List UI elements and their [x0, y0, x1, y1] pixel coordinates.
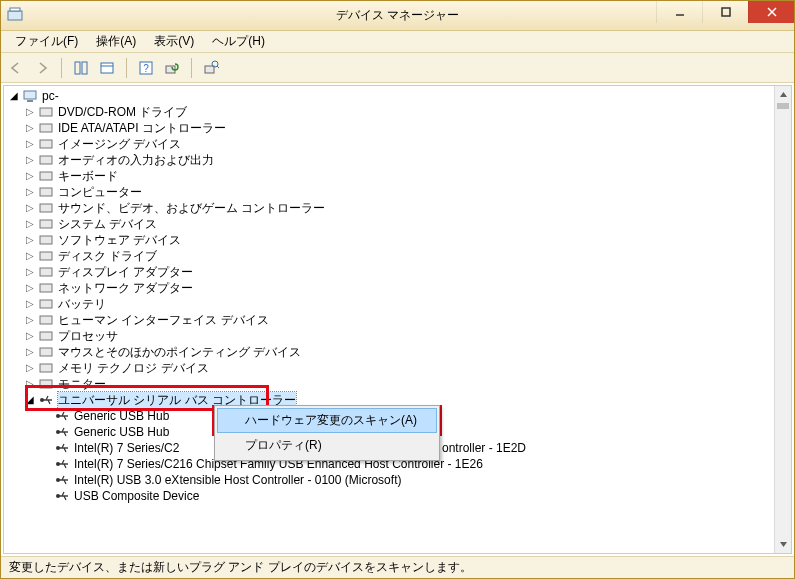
menu-help[interactable]: ヘルプ(H): [204, 31, 273, 52]
properties-button[interactable]: [96, 57, 118, 79]
tree-label: ヒューマン インターフェイス デバイス: [58, 312, 269, 329]
expand-icon[interactable]: ▷: [24, 314, 36, 326]
svg-rect-18: [40, 108, 52, 116]
usb-device-icon: [54, 456, 70, 472]
usb-device-icon: [54, 472, 70, 488]
show-hide-tree-button[interactable]: [70, 57, 92, 79]
tree-item[interactable]: ▷コンピューター: [4, 184, 791, 200]
tree-item[interactable]: ▷ディスク ドライブ: [4, 248, 791, 264]
expand-icon[interactable]: ▷: [24, 106, 36, 118]
back-button[interactable]: [5, 57, 27, 79]
svg-rect-6: [75, 62, 80, 74]
tree-item[interactable]: ▷ヒューマン インターフェイス デバイス: [4, 312, 791, 328]
help-button[interactable]: ?: [135, 57, 157, 79]
tree-label: Generic USB Hub: [74, 409, 169, 423]
context-menu: ハードウェア変更のスキャン(A) プロパティ(R): [214, 405, 440, 461]
menu-file[interactable]: ファイル(F): [7, 31, 86, 52]
title-bar: デバイス マネージャー: [1, 1, 794, 31]
forward-button[interactable]: [31, 57, 53, 79]
tree-item[interactable]: ▷オーディオの入力および出力: [4, 152, 791, 168]
toolbar-separator: [191, 58, 192, 78]
tree-item[interactable]: ▷ディスプレイ アダプター: [4, 264, 791, 280]
expand-icon[interactable]: ▷: [24, 346, 36, 358]
scan-hardware-button[interactable]: [161, 57, 183, 79]
status-bar: 変更したデバイス、または新しいプラグ アンド プレイのデバイスをスキャンします。: [1, 556, 794, 578]
tree-label: オーディオの入力および出力: [58, 152, 214, 169]
tree-item[interactable]: ▷ソフトウェア デバイス: [4, 232, 791, 248]
device-category-icon: [38, 104, 54, 120]
scroll-up-icon[interactable]: [775, 86, 792, 103]
tree-item-usb-device[interactable]: Intel(R) USB 3.0 eXtensible Host Control…: [4, 472, 791, 488]
close-button[interactable]: [748, 1, 794, 23]
tree-item[interactable]: ▷イメージング デバイス: [4, 136, 791, 152]
expand-icon[interactable]: ▷: [24, 186, 36, 198]
tree-item[interactable]: ▷バッテリ: [4, 296, 791, 312]
expand-icon[interactable]: ▷: [24, 362, 36, 374]
tree-label: Intel(R) 7 Series/C2: [74, 441, 179, 455]
svg-rect-17: [27, 100, 33, 102]
tree-item[interactable]: ▷ネットワーク アダプター: [4, 280, 791, 296]
tree-label: プロセッサ: [58, 328, 118, 345]
maximize-button[interactable]: [702, 1, 748, 23]
context-menu-properties[interactable]: プロパティ(R): [217, 433, 437, 458]
expand-icon[interactable]: ▷: [24, 154, 36, 166]
tree-item[interactable]: ▷メモリ テクノロジ デバイス: [4, 360, 791, 376]
expand-icon[interactable]: ▷: [24, 218, 36, 230]
svg-rect-29: [40, 284, 52, 292]
tree-item[interactable]: ▷DVD/CD-ROM ドライブ: [4, 104, 791, 120]
expand-icon[interactable]: ▷: [24, 282, 36, 294]
tree-item[interactable]: ▷プロセッサ: [4, 328, 791, 344]
expand-icon[interactable]: ◢: [8, 90, 20, 102]
expand-icon[interactable]: ▷: [24, 250, 36, 262]
tree-item[interactable]: ▷IDE ATA/ATAPI コントローラー: [4, 120, 791, 136]
expand-icon[interactable]: ▷: [24, 138, 36, 150]
device-category-icon: [38, 328, 54, 344]
device-tree[interactable]: ◢ pc- ▷DVD/CD-ROM ドライブ▷IDE ATA/ATAPI コント…: [4, 86, 791, 553]
svg-rect-28: [40, 268, 52, 276]
tree-label: Generic USB Hub: [74, 425, 169, 439]
tree-item[interactable]: ▷モニター: [4, 376, 791, 392]
tree-item[interactable]: ▷サウンド、ビデオ、およびゲーム コントローラー: [4, 200, 791, 216]
tree-container: ◢ pc- ▷DVD/CD-ROM ドライブ▷IDE ATA/ATAPI コント…: [3, 85, 792, 554]
expand-icon[interactable]: ▷: [24, 170, 36, 182]
tree-label: ディスク ドライブ: [58, 248, 157, 265]
menu-action[interactable]: 操作(A): [88, 31, 144, 52]
expand-icon[interactable]: ▷: [24, 234, 36, 246]
expand-icon[interactable]: ▷: [24, 266, 36, 278]
expand-icon[interactable]: ▷: [24, 330, 36, 342]
minimize-button[interactable]: [656, 1, 702, 23]
tree-item[interactable]: ▷システム デバイス: [4, 216, 791, 232]
svg-rect-7: [82, 62, 87, 74]
expand-icon[interactable]: ▷: [24, 298, 36, 310]
tree-label: DVD/CD-ROM ドライブ: [58, 104, 187, 121]
expand-icon[interactable]: ▷: [24, 378, 36, 390]
expand-icon[interactable]: ▷: [24, 202, 36, 214]
tree-label: モニター: [58, 376, 106, 393]
usb-device-icon: [54, 408, 70, 424]
expand-icon[interactable]: ▷: [24, 122, 36, 134]
tree-item[interactable]: ▷マウスとそのほかのポインティング デバイス: [4, 344, 791, 360]
context-menu-scan[interactable]: ハードウェア変更のスキャン(A): [217, 408, 437, 433]
tree-item-usb-device[interactable]: USB Composite Device: [4, 488, 791, 504]
device-manager-window: デバイス マネージャー ファイル(F) 操作(A) 表示(V) ヘルプ(H) ?: [0, 0, 795, 579]
svg-rect-33: [40, 348, 52, 356]
tree-root[interactable]: ◢ pc-: [4, 88, 791, 104]
device-category-icon: [38, 344, 54, 360]
svg-rect-27: [40, 252, 52, 260]
tree-label: ディスプレイ アダプター: [58, 264, 193, 281]
svg-rect-22: [40, 172, 52, 180]
scrollbar[interactable]: [774, 86, 791, 553]
tree-label: メモリ テクノロジ デバイス: [58, 360, 209, 377]
scroll-down-icon[interactable]: [775, 536, 792, 553]
scroll-thumb[interactable]: [777, 103, 789, 109]
computer-icon: [22, 88, 38, 104]
tree-label-fragment: ontroller - 1E2D: [442, 441, 526, 455]
add-legacy-button[interactable]: [200, 57, 222, 79]
tree-item[interactable]: ▷キーボード: [4, 168, 791, 184]
window-buttons: [656, 1, 794, 23]
tree-label: pc-: [42, 89, 59, 103]
tree-label: イメージング デバイス: [58, 136, 181, 153]
menu-view[interactable]: 表示(V): [146, 31, 202, 52]
expand-icon[interactable]: ◢: [24, 394, 36, 406]
usb-device-icon: [54, 488, 70, 504]
